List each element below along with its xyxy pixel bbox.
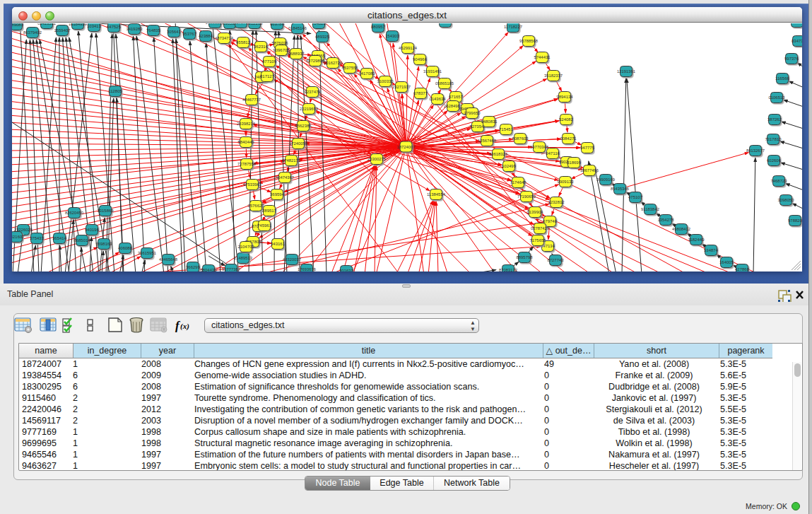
svg-text:7317810: 7317810: [765, 137, 782, 141]
svg-text:8727743: 8727743: [548, 258, 565, 262]
svg-text:764835: 764835: [146, 28, 161, 33]
svg-text:423884: 423884: [199, 34, 213, 38]
svg-text:366299: 366299: [186, 265, 201, 269]
svg-text:489325: 489325: [315, 35, 330, 39]
svg-text:289517: 289517: [262, 209, 277, 213]
svg-text:112805: 112805: [108, 89, 123, 93]
svg-text:102499: 102499: [502, 164, 517, 168]
svg-text:940196: 940196: [85, 228, 100, 232]
svg-text:116566: 116566: [775, 76, 790, 81]
svg-text:46474367: 46474367: [276, 175, 295, 180]
svg-text:8087603: 8087603: [512, 136, 529, 141]
svg-text:7174648: 7174648: [510, 180, 527, 185]
svg-text:2104709: 2104709: [238, 245, 255, 249]
svg-text:455812: 455812: [236, 40, 251, 45]
svg-text:201632: 201632: [339, 269, 354, 271]
svg-text:49808412: 49808412: [672, 227, 691, 231]
svg-text:87083172: 87083172: [499, 268, 518, 271]
svg-text:23271937: 23271937: [392, 85, 411, 89]
svg-text:(x): (x): [180, 322, 189, 331]
svg-text:12567468: 12567468: [478, 139, 497, 143]
svg-text:343161: 343161: [271, 242, 286, 246]
svg-text:9480831: 9480831: [481, 119, 498, 124]
svg-text:9909133: 9909133: [558, 180, 575, 184]
svg-text:38677496: 38677496: [580, 168, 599, 173]
svg-text:30103105: 30103105: [788, 23, 802, 24]
svg-text:72787558: 72787558: [237, 162, 257, 166]
svg-text:1232812: 1232812: [548, 200, 565, 204]
svg-text:947775: 947775: [580, 146, 595, 150]
svg-text:3421607: 3421607: [12, 235, 25, 239]
svg-text:3315869: 3315869: [98, 209, 114, 213]
svg-text:11718227: 11718227: [504, 25, 523, 29]
svg-text:375433: 375433: [30, 236, 45, 240]
svg-text:02787429: 02787429: [531, 226, 550, 230]
svg-text:12191361: 12191361: [617, 69, 636, 74]
svg-text:880957: 880957: [371, 25, 386, 29]
svg-text:369594: 369594: [270, 192, 285, 197]
svg-text:362316: 362316: [254, 45, 269, 49]
svg-text:17240050: 17240050: [289, 141, 308, 146]
svg-text:365414: 365414: [52, 236, 67, 240]
svg-text:62729806: 62729806: [306, 59, 325, 63]
svg-text:0084271: 0084271: [560, 136, 577, 141]
svg-text:5840449: 5840449: [238, 140, 255, 144]
svg-text:0143634: 0143634: [430, 97, 447, 101]
svg-text:164005: 164005: [719, 260, 734, 264]
svg-text:95788568: 95788568: [519, 39, 539, 43]
svg-text:80132677: 80132677: [746, 148, 765, 153]
svg-text:6417080: 6417080: [359, 71, 376, 76]
svg-text:389083: 389083: [12, 23, 24, 27]
svg-text:305641: 305641: [167, 30, 182, 34]
svg-text:48465648: 48465648: [159, 257, 178, 262]
svg-text:21489513: 21489513: [234, 256, 253, 260]
svg-text:318699: 318699: [567, 160, 582, 165]
svg-text:26398214: 26398214: [237, 122, 256, 126]
svg-text:387262: 387262: [767, 117, 782, 122]
svg-text:31931491: 31931491: [423, 69, 442, 74]
svg-text:46578713: 46578713: [232, 23, 251, 25]
svg-text:07482175: 07482175: [282, 158, 301, 163]
svg-text:7468723: 7468723: [771, 179, 788, 183]
svg-text:16184959: 16184959: [69, 23, 88, 26]
svg-text:477109: 477109: [262, 59, 277, 64]
svg-text:9237474: 9237474: [305, 90, 322, 94]
svg-text:0139904: 0139904: [527, 210, 544, 214]
svg-text:93618324: 93618324: [489, 152, 508, 156]
svg-text:524082: 524082: [559, 117, 574, 122]
svg-text:834738: 834738: [792, 39, 802, 43]
svg-text:39909169: 39909169: [596, 177, 616, 182]
svg-text:1559407: 1559407: [54, 28, 71, 33]
svg-text:427868: 427868: [735, 267, 750, 271]
svg-text:047116: 047116: [546, 151, 560, 156]
svg-text:22219693: 22219693: [300, 107, 319, 111]
svg-text:59770348: 59770348: [530, 145, 549, 149]
svg-text:0576627: 0576627: [248, 204, 265, 208]
svg-text:82620450: 82620450: [65, 211, 84, 215]
svg-text:669784: 669784: [270, 23, 285, 26]
svg-text:3799650: 3799650: [464, 111, 481, 115]
svg-text:678377: 678377: [413, 91, 428, 95]
svg-text:35182337: 35182337: [544, 74, 563, 78]
svg-text:18724007: 18724007: [397, 145, 416, 149]
svg-text:5562386: 5562386: [295, 124, 312, 128]
svg-text:8685014: 8685014: [74, 238, 91, 243]
svg-text:5698169: 5698169: [96, 242, 113, 246]
svg-text:997376: 997376: [784, 57, 799, 61]
svg-text:704828: 704828: [312, 23, 326, 25]
svg-text:671657: 671657: [449, 95, 464, 99]
svg-text:154303: 154303: [385, 34, 400, 38]
svg-text:25300275: 25300275: [367, 157, 387, 161]
svg-text:8895798: 8895798: [517, 255, 534, 259]
svg-text:48734714: 48734714: [215, 36, 234, 40]
svg-text:103413: 103413: [87, 24, 102, 28]
svg-text:602606: 602606: [767, 158, 782, 163]
svg-text:6804436: 6804436: [201, 268, 218, 271]
svg-text:48467737: 48467737: [242, 98, 261, 102]
svg-text:5744431: 5744431: [534, 55, 551, 59]
svg-text:715451: 715451: [499, 127, 514, 132]
svg-text:45299124: 45299124: [399, 46, 418, 50]
svg-text:05865185: 05865185: [435, 81, 454, 86]
svg-text:904966: 904966: [413, 57, 428, 62]
svg-text:86379402: 86379402: [23, 30, 42, 35]
